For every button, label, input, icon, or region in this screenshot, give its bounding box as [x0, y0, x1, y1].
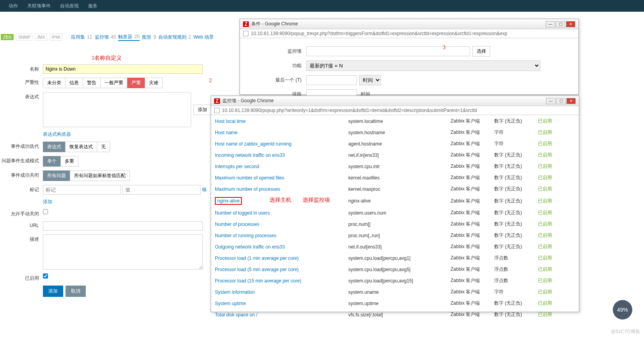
tag-add-link[interactable]: 添加	[43, 199, 52, 205]
table-row[interactable]: Host namesystem.hostnameZabbix 客户端字符已启用	[212, 127, 578, 138]
minimize-button[interactable]: —	[546, 21, 555, 27]
label-desc: 描述	[0, 234, 43, 243]
condition-address-bar: 10.10.81.139:8090/popup_trexpr.php?dstfr…	[240, 29, 578, 38]
cond-last-input[interactable]	[306, 75, 357, 85]
annotation-one: 1名称自定义	[92, 55, 122, 62]
item-status: 已启用	[535, 208, 578, 218]
item-name-link[interactable]: Processor load (15 min average per core)	[215, 278, 301, 284]
nav-correlation[interactable]: 关联项事件	[23, 3, 55, 9]
table-row[interactable]: Total disk space on /vfs.fs.size[/,total…	[212, 309, 578, 320]
url-input[interactable]	[43, 221, 203, 231]
expression-add-button[interactable]: 添加	[193, 105, 211, 115]
cond-select-button[interactable]: 选择	[472, 46, 490, 57]
close-button[interactable]: ✕	[566, 21, 575, 27]
table-row[interactable]: Incoming network traffic on ens33net.if.…	[212, 150, 578, 160]
table-row[interactable]: System informationsystem.unameZabbix 客户端…	[212, 287, 578, 297]
severity-0[interactable]: 未分类	[43, 78, 66, 88]
table-row[interactable]: Maximum number of processeskernel.maxpro…	[212, 184, 578, 194]
label-expression: 表达式	[0, 92, 43, 100]
tab-triggers[interactable]: 触发器 20	[118, 34, 140, 41]
table-row[interactable]: Number of logged in userssystem.users.nu…	[212, 208, 578, 218]
item-name-link[interactable]: Number of processes	[215, 222, 259, 227]
tab-web[interactable]: Web 场景	[193, 34, 214, 41]
table-row[interactable]: Number of running processesproc.num[,,ru…	[212, 230, 578, 241]
event-close-option-0[interactable]: 所有问题	[43, 170, 70, 181]
maximize-button[interactable]: ▢	[556, 98, 566, 104]
table-row[interactable]: Processor load (15 min average per core)…	[212, 275, 578, 286]
allow-manual-checkbox[interactable]	[43, 209, 48, 214]
item-name-link[interactable]: Maximum number of processes	[215, 186, 280, 192]
table-row[interactable]: Outgoing network traffic on ens33net.if.…	[212, 241, 578, 252]
tag-value-input[interactable]	[122, 185, 200, 195]
table-row[interactable]: nginx-alivenginx-aliveZabbix 客户端数字 (无正负)…	[212, 195, 578, 207]
severity-4[interactable]: 严重	[127, 78, 145, 88]
item-name-link[interactable]: System uptime	[215, 301, 246, 306]
cancel-button[interactable]: 取消	[66, 286, 86, 297]
item-name-link[interactable]: Number of running processes	[215, 233, 276, 238]
item-name-link[interactable]: Incoming network traffic on ens33	[215, 153, 285, 158]
problem-option-1[interactable]: 多重	[60, 156, 78, 167]
severity-3[interactable]: 一般严重	[100, 78, 128, 88]
tab-discovery-rules[interactable]: 自动发现规则 2	[158, 34, 191, 41]
condition-popup-titlebar[interactable]: Z 条件 - Google Chrome — ▢ ✕	[240, 19, 578, 29]
label-enabled: 已启用	[0, 273, 43, 282]
table-row[interactable]: Number of processesproc.num[]Zabbix 客户端数…	[212, 219, 578, 229]
item-type: 浮点数	[491, 275, 534, 286]
item-name-link[interactable]: Processor load (5 min average per core)	[215, 267, 299, 272]
description-textarea[interactable]	[43, 234, 203, 270]
item-name-link[interactable]: Processor load (1 min average per core)	[215, 256, 299, 261]
table-row[interactable]: Maximum number of opened fileskernel.max…	[212, 172, 578, 183]
nav-services[interactable]: 服务	[83, 3, 102, 9]
close-button[interactable]: ✕	[566, 98, 576, 104]
name-input[interactable]	[43, 64, 203, 74]
item-name-link[interactable]: Outgoing network traffic on ens33	[215, 244, 285, 250]
item-status: 已启用	[535, 138, 578, 149]
nav-discovery[interactable]: 自动发现	[55, 3, 83, 9]
severity-1[interactable]: 信息	[65, 78, 83, 88]
table-row[interactable]: Interrupts per secondsystem.cpu.intrZabb…	[212, 161, 578, 172]
table-row[interactable]: Host name of zabbix_agentd runningagent.…	[212, 138, 578, 149]
items-address-bar: 10.10.81.139:8090/popup.php?writeonly=1&…	[211, 106, 579, 115]
item-name-link[interactable]: Number of logged in users	[215, 210, 270, 216]
table-row[interactable]: Host local timesystem.localtimeZabbix 客户…	[212, 116, 578, 126]
tab-applications[interactable]: 应用集 11	[71, 34, 92, 41]
event-ok-option-1[interactable]: 恢复表达式	[65, 142, 97, 152]
table-row[interactable]: Processor load (5 min average per core)s…	[212, 264, 578, 275]
item-interface: Zabbix 客户端	[447, 208, 490, 218]
tag-name-input[interactable]	[43, 185, 121, 195]
nav-actions[interactable]: 动作	[4, 3, 23, 9]
item-name-link[interactable]: Host local time	[215, 119, 246, 124]
cond-time-select[interactable]: 时间	[359, 75, 381, 85]
problem-option-0[interactable]: 单个	[43, 156, 61, 167]
item-name-link[interactable]: Maximum number of opened files	[215, 175, 284, 181]
item-name-link[interactable]: System information	[215, 289, 255, 295]
item-name-link[interactable]: Interrupts per second	[215, 164, 259, 169]
event-close-option-1[interactable]: 所有问题如果标签值匹配	[70, 170, 130, 181]
item-status: 已启用	[535, 275, 578, 286]
item-name-link[interactable]: Host name of zabbix_agentd running	[215, 141, 291, 147]
maximize-button[interactable]: ▢	[556, 21, 565, 27]
z-icon: Z	[214, 98, 220, 104]
item-type: 数字 (无正负)	[491, 230, 534, 241]
expression-builder-link[interactable]: 表达式构造器	[43, 131, 71, 138]
expression-textarea[interactable]	[43, 92, 191, 127]
table-row[interactable]: System uptimesystem.uptimeZabbix 客户端数字 (…	[212, 298, 578, 309]
tab-items[interactable]: 监控项 45	[95, 34, 116, 41]
item-type: 浮点数	[491, 264, 534, 275]
table-row[interactable]: Processor load (1 min average per core)s…	[212, 253, 578, 263]
items-popup-titlebar[interactable]: Z 监控项 - Google Chrome — ▢ ✕	[211, 96, 579, 106]
severity-2[interactable]: 警告	[83, 78, 101, 88]
tab-graphs[interactable]: 图形 9	[142, 34, 156, 41]
item-name-link[interactable]: nginx-alive	[217, 198, 240, 204]
cond-function-select[interactable]: 最新的T值 = N	[306, 60, 540, 71]
event-ok-option-0[interactable]: 表达式	[43, 142, 66, 152]
tag-remove-link[interactable]: 移	[202, 186, 207, 193]
event-ok-option-2[interactable]: 无	[97, 142, 110, 152]
cond-item-input[interactable]	[306, 46, 470, 56]
item-name-link[interactable]: Host name	[215, 130, 238, 135]
severity-5[interactable]: 灾难	[145, 78, 163, 88]
item-name-link[interactable]: Total disk space on /	[215, 312, 257, 318]
submit-button[interactable]: 添加	[43, 286, 63, 297]
enabled-checkbox[interactable]	[43, 273, 48, 279]
minimize-button[interactable]: —	[546, 98, 555, 104]
